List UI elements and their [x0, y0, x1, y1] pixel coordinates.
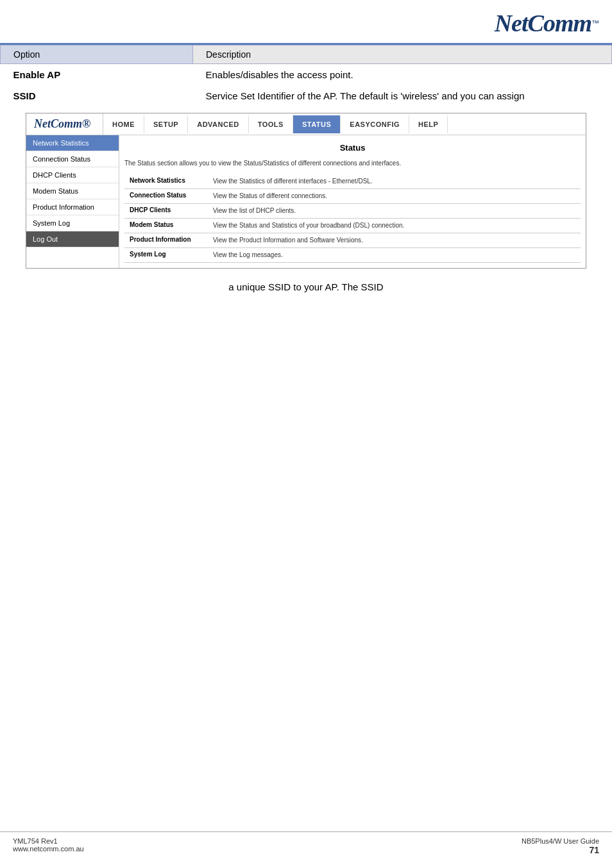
option-description: Enables/disables the access point. — [193, 64, 612, 86]
page-number: 71 — [522, 845, 599, 855]
nav-item-help[interactable]: HELP — [409, 115, 448, 133]
status-table: Network StatisticsView the Statistics of… — [124, 174, 581, 263]
sidebar-item-network-statistics[interactable]: Network Statistics — [26, 135, 119, 151]
sidebar-item-system-log[interactable]: System Log — [26, 215, 119, 231]
status-row: Network StatisticsView the Statistics of… — [124, 174, 581, 189]
logo-tm: ™ — [591, 19, 599, 28]
sidebar-item-connection-status[interactable]: Connection Status — [26, 151, 119, 167]
page-header: NetComm™ — [0, 0, 612, 45]
col-description-header: Description — [193, 46, 612, 64]
status-row: Connection StatusView the Status of diff… — [124, 189, 581, 204]
table-row: Enable APEnables/disables the access poi… — [1, 64, 612, 86]
option-description: Service Set Identifier of the AP. The de… — [193, 85, 612, 106]
status-label: Network Statistics — [124, 174, 208, 189]
bottom-continuation-text: a unique SSID to your AP. The SSID — [0, 275, 612, 299]
option-label: SSID — [1, 85, 193, 106]
content-area: Status The Status section allows you to … — [119, 135, 586, 268]
sidebar: Network StatisticsConnection StatusDHCP … — [26, 135, 119, 268]
nav-item-advanced[interactable]: ADVANCED — [188, 115, 249, 133]
footer-guide-name: NB5Plus4/W User Guide — [522, 837, 599, 845]
status-label: Product Information — [124, 233, 208, 248]
content-intro: The Status section allows you to view th… — [124, 159, 581, 168]
nav-bar: NetComm® HOMESETUPADVANCEDTOOLSSTATUSEAS… — [26, 113, 586, 135]
nav-item-home[interactable]: HOME — [103, 115, 144, 133]
status-label: System Log — [124, 248, 208, 263]
footer-revision: YML754 Rev1 — [13, 837, 84, 845]
logo-text: NetComm — [495, 9, 591, 37]
status-desc: View the Log messages. — [208, 248, 581, 263]
page-footer: YML754 Rev1 www.netcomm.com.au NB5Plus4/… — [0, 831, 612, 855]
footer-right: NB5Plus4/W User Guide 71 — [522, 837, 599, 855]
status-row: DHCP ClientsView the list of DHCP client… — [124, 204, 581, 219]
nav-item-easyconfig[interactable]: EASYCONFIG — [341, 115, 409, 133]
status-row: Modem StatusView the Status and Statisti… — [124, 219, 581, 233]
status-desc: View the Statistics of different interfa… — [208, 174, 581, 189]
netcomm-logo: NetComm™ — [495, 9, 599, 37]
status-label: Connection Status — [124, 189, 208, 204]
sidebar-item-dhcp-clients[interactable]: DHCP Clients — [26, 167, 119, 183]
nav-items: HOMESETUPADVANCEDTOOLSSTATUSEASYCONFIGHE… — [103, 115, 586, 133]
sidebar-item-product-information[interactable]: Product Information — [26, 199, 119, 215]
table-row: SSIDService Set Identifier of the AP. Th… — [1, 85, 612, 106]
col-option-header: Option — [1, 46, 193, 64]
nav-item-setup[interactable]: SETUP — [144, 115, 188, 133]
status-label: DHCP Clients — [124, 204, 208, 219]
footer-left: YML754 Rev1 www.netcomm.com.au — [13, 837, 84, 855]
status-desc: View the list of DHCP clients. — [208, 204, 581, 219]
sidebar-item-modem-status[interactable]: Modem Status — [26, 183, 119, 199]
status-desc: View the Status of different connections… — [208, 189, 581, 204]
status-desc: View the Product Information and Softwar… — [208, 233, 581, 248]
router-ui-screenshot: NetComm® HOMESETUPADVANCEDTOOLSSTATUSEAS… — [26, 113, 586, 269]
status-label: Modem Status — [124, 219, 208, 233]
footer-website: www.netcomm.com.au — [13, 845, 84, 853]
nav-item-status[interactable]: STATUS — [293, 115, 341, 133]
status-row: Product InformationView the Product Info… — [124, 233, 581, 248]
option-description-table: Option Description Enable APEnables/disa… — [0, 45, 612, 106]
sidebar-item-log-out[interactable]: Log Out — [26, 231, 119, 247]
status-row: System LogView the Log messages. — [124, 248, 581, 263]
router-logo: NetComm® — [26, 113, 103, 135]
status-desc: View the Status and Statistics of your b… — [208, 219, 581, 233]
content-title: Status — [124, 140, 581, 155]
router-main: Network StatisticsConnection StatusDHCP … — [26, 135, 586, 268]
nav-item-tools[interactable]: TOOLS — [249, 115, 293, 133]
option-label: Enable AP — [1, 64, 193, 86]
